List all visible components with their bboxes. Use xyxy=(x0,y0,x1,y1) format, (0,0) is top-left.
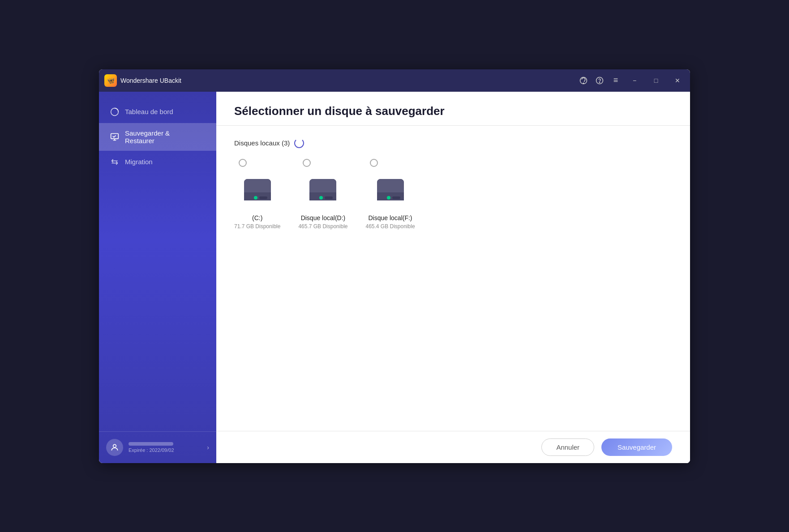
sidebar-nav: Tableau de bord Sauvegarder & Restaurer xyxy=(99,92,216,431)
page-title: Sélectionner un disque à sauvegarder xyxy=(234,104,672,118)
window-controls: ≡ − □ ✕ xyxy=(579,73,685,88)
svg-point-6 xyxy=(113,444,116,447)
dashboard-icon xyxy=(110,107,120,117)
license-bar xyxy=(129,442,173,446)
svg-point-17 xyxy=(319,196,323,200)
app-title: Wondershare UBackit xyxy=(120,77,181,84)
disk-radio-d[interactable] xyxy=(303,159,311,167)
help-icon[interactable] xyxy=(595,76,604,85)
svg-rect-10 xyxy=(244,192,271,200)
disk-info-c: 71.7 GB Disponible xyxy=(234,223,280,230)
title-bar: 🦋 Wondershare UBackit ≡ xyxy=(99,69,690,92)
migration-label: Migration xyxy=(125,158,153,166)
svg-point-23 xyxy=(387,196,390,200)
disk-item-f[interactable]: Disque local(F:) 465.4 GB Disponible xyxy=(365,159,415,230)
content-header: Sélectionner un disque à sauvegarder xyxy=(216,92,690,126)
backup-label: Sauvegarder & Restaurer xyxy=(125,129,170,145)
svg-rect-18 xyxy=(325,196,333,199)
app-window: 🦋 Wondershare UBackit ≡ xyxy=(99,69,690,463)
disk-name-d: Disque local(D:) xyxy=(301,214,346,221)
svg-rect-16 xyxy=(309,192,336,200)
content-area: Sélectionner un disque à sauvegarder Dis… xyxy=(216,92,690,463)
content-footer: Annuler Sauvegarder xyxy=(216,431,690,463)
close-button[interactable]: ✕ xyxy=(670,73,685,88)
disk-icon-d xyxy=(300,170,345,211)
save-button[interactable]: Sauvegarder xyxy=(601,438,672,456)
user-info: Expirée : 2022/09/02 xyxy=(129,442,202,453)
svg-rect-12 xyxy=(259,196,267,199)
content-body: Disques locaux (3) xyxy=(216,126,690,431)
menu-icon[interactable]: ≡ xyxy=(611,76,620,85)
user-avatar xyxy=(106,439,123,456)
disk-icon-c xyxy=(235,170,280,211)
sidebar-footer[interactable]: Expirée : 2022/09/02 › xyxy=(99,431,216,463)
logo-icon: 🦋 xyxy=(104,74,117,87)
disk-item-c[interactable]: (C:) 71.7 GB Disponible xyxy=(234,159,280,230)
refresh-icon[interactable] xyxy=(294,138,304,148)
app-logo: 🦋 Wondershare UBackit xyxy=(104,74,181,87)
svg-rect-22 xyxy=(377,192,404,200)
disk-info-d: 465.7 GB Disponible xyxy=(298,223,347,230)
cancel-button[interactable]: Annuler xyxy=(541,438,594,456)
maximize-button[interactable]: □ xyxy=(649,73,663,88)
disk-radio-c[interactable] xyxy=(239,159,247,167)
disks-grid: (C:) 71.7 GB Disponible xyxy=(234,159,672,230)
main-layout: Tableau de bord Sauvegarder & Restaurer xyxy=(99,92,690,463)
dashboard-label: Tableau de bord xyxy=(125,108,173,115)
backup-icon xyxy=(110,132,120,142)
disk-name-c: (C:) xyxy=(252,214,262,221)
svg-rect-24 xyxy=(392,196,400,199)
minimize-button[interactable]: − xyxy=(627,73,642,88)
user-expiry: Expirée : 2022/09/02 xyxy=(129,447,202,453)
disk-radio-f[interactable] xyxy=(370,159,378,167)
disk-name-f: Disque local(F:) xyxy=(369,214,412,221)
svg-point-1 xyxy=(583,83,584,84)
sidebar-item-dashboard[interactable]: Tableau de bord xyxy=(99,101,216,123)
disk-item-d[interactable]: Disque local(D:) 465.7 GB Disponible xyxy=(298,159,347,230)
sidebar: Tableau de bord Sauvegarder & Restaurer xyxy=(99,92,216,463)
support-icon[interactable] xyxy=(579,76,588,85)
migration-icon xyxy=(110,157,120,167)
sidebar-item-backup[interactable]: Sauvegarder & Restaurer xyxy=(99,123,216,151)
disk-icon-f xyxy=(368,170,413,211)
disk-info-f: 465.4 GB Disponible xyxy=(365,223,415,230)
footer-arrow: › xyxy=(207,444,209,451)
svg-point-3 xyxy=(599,82,600,83)
section-label: Disques locaux (3) xyxy=(234,138,672,148)
sidebar-item-migration[interactable]: Migration xyxy=(99,151,216,173)
svg-point-11 xyxy=(254,196,257,200)
